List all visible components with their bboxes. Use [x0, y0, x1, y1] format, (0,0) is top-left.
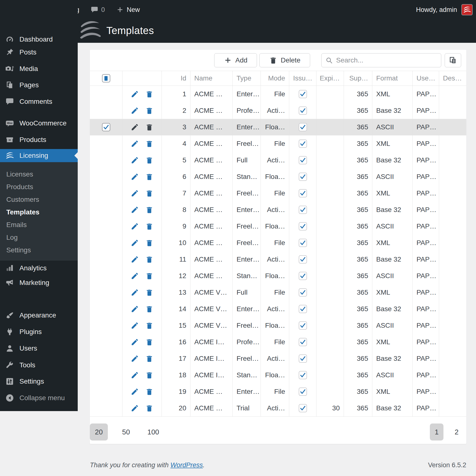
sidebar-item-dashboard[interactable]: Dashboard [0, 33, 78, 46]
table-body: 1ACME …Enter…File365XMLPAP…2ACME …Profe…… [90, 86, 466, 417]
trash-icon[interactable] [145, 140, 153, 148]
cell-type: Full [233, 152, 261, 168]
sidebar-item-pages[interactable]: Pages [0, 78, 78, 92]
sidebar-item-collapse-menu[interactable]: Collapse menu [0, 391, 78, 404]
trash-icon[interactable] [145, 305, 153, 313]
edit-icon[interactable] [131, 107, 139, 115]
trash-icon[interactable] [145, 272, 153, 280]
sidebar-item-products[interactable]: Products [0, 133, 78, 146]
edit-icon[interactable] [131, 90, 139, 98]
page-size-50[interactable]: 50 [117, 423, 135, 440]
edit-icon[interactable] [131, 140, 139, 148]
edit-icon[interactable] [131, 222, 139, 230]
sidebar-item-tools[interactable]: Tools [0, 359, 78, 372]
edit-icon[interactable] [131, 404, 139, 412]
select-all-checkbox[interactable] [102, 74, 110, 82]
col-header-issued[interactable]: Issu… [289, 71, 316, 86]
trash-icon[interactable] [145, 387, 153, 396]
edit-icon[interactable] [131, 255, 139, 263]
edit-icon[interactable] [131, 156, 139, 164]
cell-name: ACME … [190, 119, 233, 135]
cell-name: ACME … [190, 152, 233, 168]
submenu-item-settings[interactable]: Settings [0, 244, 78, 256]
page-number-1[interactable]: 1 [430, 423, 443, 440]
submenu-item-templates[interactable]: Templates [0, 206, 78, 219]
wordpress-link[interactable]: WordPress [170, 461, 203, 469]
howdy-text[interactable]: Howdy, admin [416, 6, 457, 14]
avatar[interactable] [461, 4, 473, 15]
col-header-type[interactable]: Type [233, 71, 261, 86]
col-header-actions[interactable] [122, 71, 162, 86]
edit-icon[interactable] [131, 305, 139, 313]
submenu-item-log[interactable]: Log [0, 231, 78, 244]
edit-icon[interactable] [131, 206, 139, 214]
sidebar-item-media[interactable]: Media [0, 62, 78, 75]
col-header-support[interactable]: Sup… [344, 71, 372, 86]
col-header-format[interactable]: Format [372, 71, 413, 86]
cell-description [439, 301, 466, 317]
sidebar-item-settings[interactable]: Settings [0, 375, 78, 388]
trash-icon[interactable] [145, 404, 153, 412]
submenu-item-products[interactable]: Products [0, 181, 78, 193]
col-header-user_data[interactable]: Use… [413, 71, 439, 86]
issued-checkbox [299, 189, 307, 197]
edit-icon[interactable] [131, 387, 139, 396]
col-header-id[interactable]: Id [162, 71, 190, 86]
edit-icon[interactable] [131, 272, 139, 280]
edit-icon[interactable] [131, 123, 139, 131]
sidebar-item-appearance[interactable]: Appearance [0, 309, 78, 322]
col-header-description[interactable]: Des… [439, 71, 466, 86]
page-number-2[interactable]: 2 [450, 423, 463, 440]
sidebar-item-users[interactable]: Users [0, 342, 78, 355]
submenu-item-licenses[interactable]: Licenses [0, 168, 78, 181]
add-button[interactable]: Add [214, 53, 257, 67]
row-actions-cell [122, 102, 162, 119]
trash-icon[interactable] [145, 173, 153, 181]
edit-icon[interactable] [131, 371, 139, 379]
trash-icon[interactable] [145, 222, 153, 230]
trash-icon[interactable] [145, 288, 153, 297]
edit-icon[interactable] [131, 288, 139, 297]
cell-type: Freel… [233, 317, 261, 334]
trash-icon[interactable] [145, 255, 153, 263]
sidebar-item-licensing[interactable]: Licensing [0, 149, 78, 162]
edit-icon[interactable] [131, 173, 139, 181]
row-select-cell [90, 268, 122, 284]
trash-icon[interactable] [145, 338, 153, 346]
edit-icon[interactable] [131, 239, 139, 247]
trash-icon[interactable] [145, 371, 153, 379]
submenu-item-emails[interactable]: Emails [0, 219, 78, 231]
admin-bar-new[interactable]: New [116, 6, 140, 14]
trash-icon[interactable] [145, 321, 153, 330]
sidebar-item-comments[interactable]: Comments [0, 95, 78, 108]
trash-icon[interactable] [145, 107, 153, 115]
page-size-20[interactable]: 20 [90, 423, 108, 440]
edit-icon[interactable] [131, 189, 139, 197]
edit-icon[interactable] [131, 338, 139, 346]
edit-icon[interactable] [131, 321, 139, 330]
sidebar-item-posts[interactable]: Posts [0, 46, 78, 59]
sidebar-item-woocommerce[interactable]: WooWooCommerce [0, 117, 78, 130]
trash-icon[interactable] [145, 239, 153, 247]
trash-icon[interactable] [145, 123, 153, 131]
issued-cell [289, 235, 316, 251]
delete-button[interactable]: Delete [259, 53, 310, 67]
trash-icon[interactable] [145, 206, 153, 214]
col-header-name[interactable]: Name [190, 71, 233, 86]
trash-icon[interactable] [145, 90, 153, 98]
page-size-100[interactable]: 100 [144, 423, 162, 440]
sidebar-item-marketing[interactable]: Marketing [0, 276, 78, 289]
sidebar-item-plugins[interactable]: Plugins [0, 325, 78, 338]
trash-icon[interactable] [145, 354, 153, 363]
submenu-item-customers[interactable]: Customers [0, 193, 78, 206]
trash-icon[interactable] [145, 189, 153, 197]
trash-icon[interactable] [145, 156, 153, 164]
admin-bar-comments[interactable]: 0 [91, 6, 105, 14]
col-header-expiration[interactable]: Expi… [316, 71, 344, 86]
duplicate-button[interactable] [445, 53, 461, 67]
search-input[interactable] [336, 56, 437, 64]
edit-icon[interactable] [131, 354, 139, 363]
row-checkbox-checked[interactable] [102, 123, 110, 131]
sidebar-item-analytics[interactable]: Analytics [0, 262, 78, 275]
col-header-mode[interactable]: Mode [261, 71, 289, 86]
